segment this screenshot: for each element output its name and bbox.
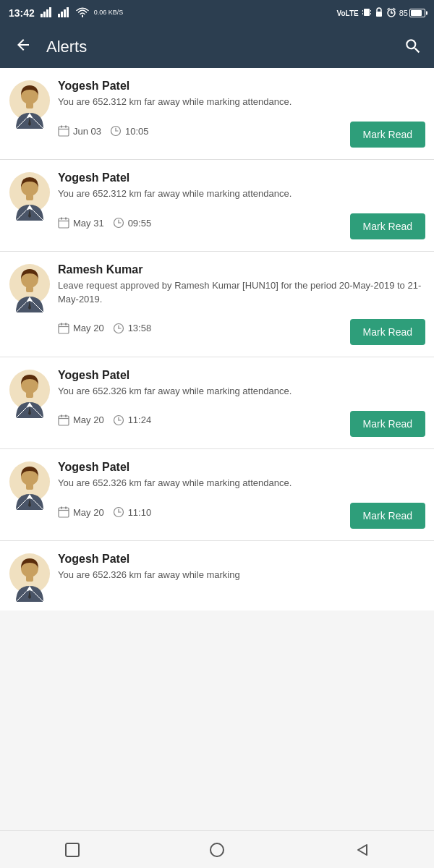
alert-time: 11:10 [113,506,152,518]
alert-time: 09:55 [113,217,152,229]
svg-rect-13 [370,13,371,14]
time-display: 13:42 [9,7,35,19]
alert-sender-name: Yogesh Patel [58,369,425,382]
avatar [9,263,51,315]
svg-rect-63 [59,508,69,517]
svg-rect-62 [26,484,33,490]
mark-read-button[interactable]: Mark Read [350,319,425,345]
page-title: Alerts [46,38,87,56]
svg-rect-25 [61,126,62,128]
svg-rect-52 [26,392,33,398]
alert-meta: Jun 03 10:05 [58,125,149,137]
alert-date: Jun 03 [58,125,101,137]
status-right: VoLTE 85 [337,7,425,19]
alert-sender-name: Ramesh Kumar [58,263,425,276]
avatar [9,369,51,421]
alert-item: Ramesh Kumar Leave request approved by R… [0,252,434,357]
alert-footer: May 20 11:10 Mark Read [58,495,425,529]
alert-sender-name: Yogesh Patel [58,80,425,93]
mark-read-button[interactable]: Mark Read [350,411,425,437]
alarm-icon [386,7,396,19]
nav-circle-button[interactable] [203,836,231,864]
alert-time: 11:24 [113,414,152,426]
clock-icon [113,217,124,229]
svg-rect-73 [66,843,79,856]
alert-content-area: Ramesh Kumar Leave request approved by R… [58,263,425,344]
alert-footer: May 20 13:58 Mark Read [58,312,425,345]
calendar-icon [58,125,69,137]
date-text: Jun 03 [73,126,101,137]
alert-footer: May 31 09:55 Mark Read [58,206,425,239]
svg-rect-7 [67,7,69,17]
svg-rect-5 [61,12,63,17]
svg-rect-45 [61,323,62,325]
date-text: May 20 [73,323,104,333]
clock-icon [113,414,124,426]
time-text: 09:55 [128,218,152,229]
mark-read-button[interactable]: Mark Read [350,213,425,239]
date-text: May 20 [73,507,104,518]
svg-rect-72 [26,576,33,582]
alert-content-area: Yogesh Patel You are 652.326 km far away… [58,369,425,437]
date-text: May 20 [73,414,104,425]
avatar [9,80,51,132]
signal-icon [41,7,54,20]
svg-rect-32 [26,195,33,200]
alert-message-text: You are 652.312 km far away while markin… [58,95,425,109]
svg-rect-55 [61,414,62,417]
data-speed: 0.06 KB/S [94,9,124,17]
svg-rect-36 [65,218,67,220]
status-bar: 13:42 0 [0,0,434,26]
alert-item: Yogesh Patel You are 652.326 km far away… [0,357,434,449]
alert-message-text: You are 652.312 km far away while markin… [58,187,425,200]
svg-marker-75 [358,845,367,855]
alert-sender-name: Yogesh Patel [58,461,425,474]
app-bar: Alerts [0,26,434,68]
svg-rect-23 [59,127,69,136]
clock-icon [110,125,122,137]
time-text: 11:24 [128,414,152,425]
alerts-list: Yogesh Patel You are 652.312 km far away… [0,68,434,610]
nav-back-button[interactable] [348,836,375,864]
svg-rect-1 [43,12,46,17]
alert-meta: May 20 11:10 [58,506,151,518]
alert-footer: Jun 03 10:05 Mark Read [58,114,425,148]
wifi-icon [76,7,89,20]
svg-rect-33 [59,218,69,228]
svg-rect-4 [58,14,60,17]
alert-time: 10:05 [110,125,149,137]
calendar-icon [58,414,69,426]
alert-message-text: You are 652.326 km far away while markin… [58,477,425,490]
alert-date: May 31 [58,217,104,229]
svg-rect-0 [41,14,43,17]
battery-display: 85 [399,9,425,17]
alert-item: Yogesh Patel You are 652.326 km far away… [0,449,434,541]
alert-time: 13:58 [113,323,152,334]
alert-meta: May 20 13:58 [58,323,151,334]
svg-line-18 [388,9,389,10]
calendar-icon [58,217,69,229]
date-text: May 31 [73,218,104,229]
svg-rect-26 [65,126,67,128]
svg-rect-14 [376,12,382,17]
alert-sender-name: Yogesh Patel [58,553,425,566]
calendar-icon [58,506,69,518]
back-button[interactable] [12,33,35,61]
mark-read-button[interactable]: Mark Read [350,503,425,529]
time-text: 11:10 [128,507,152,518]
avatar [9,461,51,513]
signal-icon-2 [58,7,71,20]
svg-rect-9 [364,9,370,16]
alert-message-text: You are 652.326 km far away while markin… [58,385,425,398]
status-left: 13:42 0 [9,7,123,20]
svg-point-8 [82,15,83,17]
search-button[interactable] [404,37,422,58]
mark-read-button[interactable]: Mark Read [350,122,425,148]
svg-rect-65 [61,507,62,509]
svg-rect-35 [61,218,62,220]
bottom-nav [0,830,434,868]
nav-square-button[interactable] [59,836,86,864]
alert-content-area: Yogesh Patel You are 652.326 km far away… [58,461,425,529]
alert-date: May 20 [58,414,104,426]
alert-footer: May 20 11:24 Mark Read [58,404,425,437]
